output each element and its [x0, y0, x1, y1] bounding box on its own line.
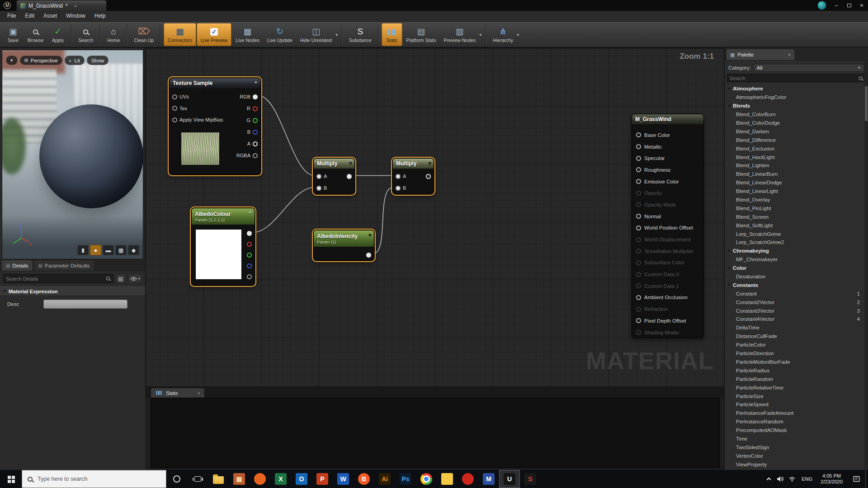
taskbar-search-input[interactable]: [37, 475, 160, 483]
texture-sample-node-header[interactable]: Texture Sample ▲: [170, 78, 260, 88]
palette-item-blend-hardlight[interactable]: Blend_HardLight: [725, 153, 864, 161]
palette-item-particleradius[interactable]: ParticleRadius: [725, 366, 864, 375]
taskbar-app-illustrator[interactable]: Ai: [374, 470, 395, 488]
taskbar-app-substance-painter[interactable]: S: [520, 470, 541, 488]
multiply-node-2[interactable]: Multiply ▾ AB: [392, 158, 434, 194]
material-expression-section-header[interactable]: ▼ Material Expression: [0, 286, 145, 296]
input-pin[interactable]: [316, 186, 321, 191]
tray-overflow-button[interactable]: [763, 470, 774, 488]
toolbar-save-button[interactable]: ▣Save: [3, 23, 24, 46]
palette-item-vertexcolor[interactable]: VertexColor: [725, 451, 864, 460]
output-pin[interactable]: [253, 106, 258, 111]
palette-item-time[interactable]: Time: [725, 435, 864, 443]
toolbar-live-nodes-button[interactable]: ▦Live Nodes: [232, 23, 263, 46]
collapse-arrow-icon[interactable]: ▲: [248, 210, 252, 214]
palette-item-blend-colordodge[interactable]: Blend_ColorDodge: [725, 119, 864, 127]
toolbar-platform-stats-button[interactable]: ▤Platform Stats: [403, 23, 440, 46]
input-pin[interactable]: [636, 202, 641, 207]
toolbar-search-button[interactable]: Search: [75, 23, 97, 46]
menu-asset[interactable]: Asset: [39, 11, 61, 21]
palette-item-blend-lighten[interactable]: Blend_Lighten: [725, 161, 864, 170]
toolbar-live-update-button[interactable]: ↻Live Update: [264, 23, 296, 46]
toolbar-live-preview-button[interactable]: ✓Live Preview: [197, 23, 232, 46]
input-pin[interactable]: [636, 295, 641, 300]
input-pin[interactable]: [636, 214, 641, 219]
palette-search-box[interactable]: [726, 74, 866, 82]
palette-item-distancecullfade[interactable]: DistanceCullFade: [725, 332, 864, 341]
result-input-custom-data-1[interactable]: Custom Data 1: [632, 280, 703, 292]
input-pin[interactable]: [636, 307, 641, 312]
result-input-shading-model[interactable]: Shading Model: [632, 327, 703, 338]
result-input-base-color[interactable]: Base Color: [632, 129, 703, 141]
palette-item-blend-pinlight[interactable]: Blend_PinLight: [725, 204, 864, 212]
palette-item-constant[interactable]: Constant1: [725, 289, 864, 298]
palette-item-twosidedsign[interactable]: TwoSidedSign: [725, 443, 864, 451]
menu-help[interactable]: Help: [90, 11, 110, 21]
material-preview-viewport[interactable]: ▾ ⊞ Perspective ◐ Lit Show Z X: [2, 50, 143, 259]
input-pin[interactable]: [636, 249, 641, 253]
viewport-options-button[interactable]: ▾: [6, 56, 18, 65]
taskbar-app-firefox[interactable]: [250, 470, 270, 488]
result-input-refraction[interactable]: Refraction: [632, 303, 703, 315]
output-pin[interactable]: [247, 274, 252, 279]
palette-item-lerp-scratchgrime[interactable]: Lerp_ScratchGrime: [725, 230, 864, 238]
details-visibility-filter-button[interactable]: ▾: [128, 274, 142, 283]
palette-item-particlespeed[interactable]: ParticleSpeed: [725, 400, 864, 409]
tab-parameter-defaults[interactable]: ▤ Parameter Defaults: [34, 260, 94, 271]
palette-item-particlerandom[interactable]: ParticleRandom: [725, 375, 864, 383]
taskbar-app-chrome[interactable]: [416, 470, 437, 488]
menu-file[interactable]: File: [3, 11, 20, 21]
input-pin[interactable]: [636, 156, 641, 161]
chevron-down-icon[interactable]: ▾: [349, 160, 352, 165]
chevron-down-icon[interactable]: ▾: [517, 33, 519, 37]
tab-details[interactable]: ▤ Details: [2, 260, 33, 271]
material-result-node[interactable]: M_GrassWind Base ColorMetallicSpecularRo…: [632, 114, 704, 338]
result-input-world-position-offset[interactable]: World Position Offset: [632, 222, 703, 234]
chevron-down-icon[interactable]: ▾: [429, 160, 431, 165]
preview-shape-sphere-button[interactable]: ●: [90, 245, 101, 255]
input-pin[interactable]: [636, 283, 641, 288]
input-pin[interactable]: [172, 117, 177, 122]
palette-item-constant2vector[interactable]: Constant2Vector2: [725, 298, 864, 306]
taskbar-app-powerpoint[interactable]: P: [312, 470, 333, 488]
output-pin[interactable]: [247, 253, 252, 258]
color-swatch[interactable]: [195, 229, 242, 280]
material-node-graph[interactable]: Zoom 1:1 MATERIAL Texture Sample ▲ UVsTe…: [145, 48, 724, 387]
account-avatar[interactable]: [817, 1, 826, 10]
result-input-custom-data-0[interactable]: Custom Data 0: [632, 268, 703, 280]
palette-search-input[interactable]: [727, 75, 866, 81]
input-pin[interactable]: [172, 94, 177, 99]
output-pin[interactable]: [253, 130, 258, 135]
toolbar-clean-up-button[interactable]: ⌦Clean Up: [130, 23, 157, 46]
details-search-box[interactable]: [3, 274, 113, 283]
palette-item-blend-darken[interactable]: Blend_Darken: [725, 127, 864, 136]
palette-item-particlecolor[interactable]: ParticleColor: [725, 341, 864, 349]
palette-item-mf-chromakeyer[interactable]: MF_Chromakeyer: [725, 255, 864, 264]
output-pin[interactable]: [426, 174, 431, 179]
input-pin[interactable]: [636, 144, 641, 149]
multiply-node-header[interactable]: Multiply ▾: [314, 159, 354, 169]
palette-item-blend-overlay[interactable]: Blend_Overlay: [725, 196, 864, 204]
result-input-opacity[interactable]: Opacity: [632, 187, 703, 199]
output-pin[interactable]: [253, 153, 258, 158]
result-input-emissive-color[interactable]: Emissive Color: [632, 176, 703, 188]
menu-window[interactable]: Window: [61, 11, 90, 21]
toolbar-preview-nodes-button[interactable]: ▥Preview Nodes▾: [440, 23, 483, 46]
palette-category-atmosphere[interactable]: ▼Atmosphere: [725, 84, 864, 93]
window-close-button[interactable]: ×: [855, 0, 868, 11]
document-tab[interactable]: M_GrassWind * ×: [16, 0, 107, 11]
tab-stats[interactable]: Stats ×: [151, 388, 205, 398]
palette-item-constant3vector[interactable]: Constant3Vector3: [725, 306, 864, 315]
palette-item-blend-screen[interactable]: Blend_Screen: [725, 212, 864, 221]
texture-sample-node[interactable]: Texture Sample ▲ UVsTexApply View MipBia…: [169, 78, 261, 175]
multiply-node-1[interactable]: Multiply ▾ AB: [313, 158, 355, 194]
result-input-normal[interactable]: Normal: [632, 211, 703, 222]
palette-scrollbar[interactable]: [864, 61, 868, 470]
palette-item-constant4vector[interactable]: Constant4Vector4: [725, 315, 864, 324]
palette-item-particledirection[interactable]: ParticleDirection: [725, 349, 864, 358]
result-input-subsurface-color[interactable]: Subsurface Color: [632, 257, 703, 269]
taskbar-app-photoshop[interactable]: Ps: [395, 470, 416, 488]
palette-item-lerp-scratchgrime2[interactable]: Lerp_ScratchGrime2: [725, 238, 864, 247]
palette-category-blends[interactable]: ▼Blends: [725, 102, 864, 110]
result-input-ambient-occlusion[interactable]: Ambient Occlusion: [632, 292, 703, 304]
